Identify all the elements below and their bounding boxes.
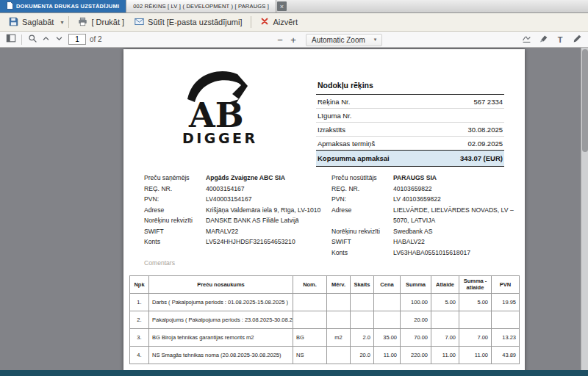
status-bar [0, 370, 588, 376]
party-value: LIELVĀRDE, LIELVĀRDES NOVADS, LV – 5070,… [393, 205, 516, 226]
ink-tool-button[interactable] [570, 33, 584, 46]
party-label: SWIFT [331, 236, 393, 247]
zoom-level-select[interactable]: Automatic Zoom ▾ [306, 34, 382, 46]
party-buyer-rows: Preču saņēmējsApgāds Zvaigzne ABC SIAREĢ… [144, 173, 331, 247]
party-label: REĢ. NR. [144, 184, 206, 195]
invoice-header-value: 567 2334 [473, 98, 503, 106]
scrollbar-thumb[interactable] [582, 49, 588, 152]
items-table-cell [327, 346, 351, 364]
zoom-out-icon: − [277, 35, 283, 46]
table-row: 2.Pakalpojums ( Pakalpojuma periods : 23… [130, 311, 520, 328]
invoice-total-row: Kopsumma apmaksai 343.07 (EUR) [316, 150, 504, 167]
party-label: Konts [331, 247, 393, 258]
highlighter-icon [539, 34, 548, 46]
party-value: 40003154167 [206, 184, 331, 195]
invoice-items-table: NpkPreču nosaukumsNom.Mērv.SkaitsCenaSum… [129, 275, 520, 364]
party-value: LV40003154167 [206, 194, 331, 205]
items-table-cell: 70.00 [401, 328, 431, 346]
pdf-toolbar: of 2 − + Automatic Zoom ▾ T [0, 32, 588, 48]
party-value: MARALV22 [206, 226, 331, 237]
items-table-cell: m2 [327, 328, 351, 346]
save-button[interactable]: Saglabāt [4, 15, 59, 30]
find-button[interactable] [26, 33, 39, 46]
items-table-cell [492, 311, 520, 328]
party-value: PARAUGS SIA [393, 173, 516, 184]
pdf-editor-tools: T [520, 33, 584, 46]
items-table-cell: 20.0 [351, 346, 374, 364]
items-table-cell: BG Biroja tehnikas garantijas remonts m2 [149, 328, 293, 346]
party-row: AdreseLIELVĀRDE, LIELVĀRDES NOVADS, LV –… [331, 205, 516, 226]
send-email-button[interactable]: Sūtīt [E-pasta uzstādījumi] [129, 15, 247, 30]
party-value: HABALV22 [393, 236, 516, 247]
invoice-header-value: 30.08.2025 [467, 126, 503, 134]
tab-print-settings[interactable]: DOKUMENTA DRUKAS UZSTĀDĪJUMI [0, 0, 126, 12]
save-dropdown-button[interactable]: ▾ [59, 18, 65, 27]
page-number-input[interactable] [68, 34, 86, 45]
items-table-cell: 19.95 [492, 293, 520, 311]
toolbar-separator [68, 16, 69, 28]
invoice-header-value: 02.09.2025 [467, 140, 503, 148]
tab-bar: DOKUMENTA DRUKAS UZSTĀDĪJUMI 002 RĒĶINS … [0, 0, 588, 13]
sidebar-toggle-button[interactable] [4, 33, 18, 46]
items-table-cell [374, 293, 401, 311]
items-table-cell [374, 311, 401, 328]
vertical-scrollbar[interactable] [581, 48, 588, 370]
tab-invoice-document[interactable]: 002 RĒĶINS [ LV ] ( DEVELOPMENT ) [ PARA… [126, 0, 276, 12]
party-value: LV 40103659822 [393, 194, 516, 205]
items-table-cell: Darbs ( Pakalpojuma periods : 01.08.2025… [149, 293, 293, 311]
highlight-tool-button[interactable] [537, 33, 550, 46]
zoom-controls: − + Automatic Zoom ▾ [273, 32, 382, 48]
free-text-tool-button[interactable]: T [553, 33, 567, 46]
print-button[interactable]: [ Drukāt ] [73, 15, 129, 30]
items-table-cell: 11.00 [374, 346, 401, 364]
tab-close-button[interactable]: × [277, 1, 287, 11]
sidebar-toggle-icon [6, 33, 16, 46]
invoice-total-value: 343.07 (EUR) [460, 154, 503, 162]
items-table-cell [459, 311, 492, 328]
tab-label: DOKUMENTA DRUKAS UZSTĀDĪJUMI [16, 3, 119, 10]
invoice-header-label: Apmaksas termiņš [318, 140, 375, 148]
party-row: REĢ. NR.40103659822 [331, 184, 516, 195]
party-seller-rows: Preču nosūtītājsPARAUGS SIAREĢ. NR.40103… [331, 173, 516, 258]
toolbar-separator [251, 16, 251, 28]
tab-label: 002 RĒĶINS [ LV ] ( DEVELOPMENT ) [ PARA… [133, 3, 269, 10]
items-table-cell: 43.89 [492, 346, 520, 364]
party-row: SWIFTHABALV22 [331, 236, 516, 247]
party-value: 40103659822 [393, 184, 516, 195]
invoice-header-row: Izrakstīts30.08.2025 [316, 123, 504, 137]
table-row: 3.BG Biroja tehnikas garantijas remonts … [130, 328, 520, 346]
print-label: [ Drukāt ] [91, 18, 124, 26]
previous-page-button[interactable] [39, 33, 52, 46]
invoice-header-label: Rēķina Nr. [318, 98, 350, 106]
party-label: Norēķinu rekvizīti [331, 226, 393, 237]
party-row: Norēķinu rekvizītiDANSKE BANK AS Filiāle… [144, 215, 331, 226]
items-table-header: Atlaide [431, 276, 459, 294]
zoom-in-icon: + [290, 35, 296, 46]
table-row: 4.NS Smagās tehnikas noma (20.08.2025-30… [130, 346, 520, 364]
pdf-toolbar-divider [21, 35, 22, 45]
invoice-header-row: Līguma Nr. [316, 109, 504, 123]
close-document-button[interactable]: Aizvērt [255, 15, 303, 29]
next-page-button[interactable] [52, 33, 65, 46]
free-text-icon: T [558, 35, 563, 44]
items-table-cell: 1. [130, 293, 149, 311]
party-row: REĢ. NR.40003154167 [144, 184, 331, 195]
party-label: PVN: [144, 194, 206, 205]
items-table-cell: 5.00 [431, 293, 459, 311]
logo-text-ab: AB [188, 95, 244, 135]
zoom-in-button[interactable]: + [287, 33, 300, 46]
items-table-cell: 3. [130, 328, 149, 346]
zoom-out-button[interactable]: − [273, 33, 287, 46]
items-table-cell [431, 311, 459, 328]
items-table-cell: 5.00 [459, 293, 492, 311]
page-count-label: of 2 [90, 35, 102, 43]
items-table-cell [293, 293, 327, 311]
party-label: Konts [144, 236, 206, 247]
party-label: Adrese [331, 205, 393, 226]
items-table-header: Summa [401, 276, 431, 294]
close-label: Aizvērt [273, 18, 298, 26]
seller-block: Preču nosūtītājsPARAUGS SIAREĢ. NR.40103… [331, 173, 516, 258]
invoice-header-block: Nodokļu rēķins Rēķina Nr.567 2334Līguma … [316, 79, 504, 167]
signature-tool-button[interactable] [520, 33, 533, 46]
pdf-viewport: AB DIGGER Nodokļu rēķins Rēķina Nr.567 2… [0, 48, 588, 370]
